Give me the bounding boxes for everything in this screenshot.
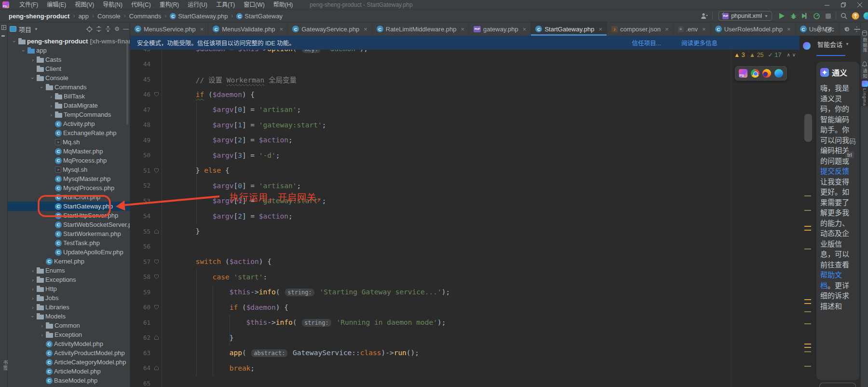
tree-chevron-icon[interactable]: › <box>29 295 37 301</box>
tree-row[interactable]: CStartWorkerman.php <box>8 229 130 238</box>
tree-row[interactable]: CExchangeRate.php <box>8 128 130 138</box>
firefox-icon[interactable] <box>762 69 771 78</box>
run-with-coverage-button[interactable] <box>799 11 811 21</box>
tree-row[interactable]: ›Http <box>8 284 130 293</box>
search-everywhere-icon[interactable] <box>838 11 850 21</box>
fold-marker-icon[interactable] <box>150 168 162 173</box>
tree-row[interactable]: CStartHttpServer.php <box>8 211 130 220</box>
tree-row[interactable]: >Mysql.sh <box>8 165 130 174</box>
breadcrumb-item[interactable]: app <box>78 13 89 20</box>
update-available-icon[interactable] <box>850 11 861 21</box>
tree-chevron-icon[interactable]: › <box>29 286 37 292</box>
menu-item[interactable]: 文件(F) <box>15 0 42 10</box>
prev-next-problem-icons[interactable]: ∧∨ <box>787 52 798 57</box>
menu-item[interactable]: 编辑(E) <box>42 0 70 10</box>
settings-gear-icon[interactable]: ⚙ <box>844 26 850 33</box>
fold-marker-icon[interactable] <box>150 274 162 279</box>
tree-row[interactable]: ›Enums <box>8 266 130 275</box>
menu-item[interactable]: 重构(R) <box>155 0 184 10</box>
maximize-icon[interactable] <box>835 0 852 10</box>
tab-close-icon[interactable]: × <box>787 26 791 33</box>
tab-close-icon[interactable]: × <box>200 26 204 33</box>
tree-row[interactable]: CActivityModel.php <box>8 339 130 348</box>
tree-chevron-icon[interactable]: › <box>29 268 37 274</box>
breadcrumb-item[interactable]: CStartGateway.php <box>170 13 228 20</box>
help-icon[interactable]: ? <box>817 26 821 32</box>
editor-tab[interactable]: CRateLimitMiddleware.php× <box>372 22 469 36</box>
tree-row[interactable]: CActivity.php <box>8 119 130 128</box>
breadcrumb-item[interactable]: Console <box>97 13 121 20</box>
tree-row[interactable]: ›Jobs <box>8 293 130 303</box>
user-profile-icon[interactable] <box>699 11 710 21</box>
tree-row[interactable]: CMqProcess.php <box>8 156 130 165</box>
tree-chevron-icon[interactable]: › <box>29 304 37 310</box>
editor-tab[interactable]: CMenusService.php× <box>130 22 208 36</box>
breadcrumb-item[interactable]: peng-sheng-product <box>9 13 69 20</box>
ai-chat-tab[interactable]: 智能会话 ▼ <box>817 40 849 49</box>
project-stripe-icon[interactable] <box>1 25 6 30</box>
inspections-widget[interactable]: ▲ 3 ▲ 25 ✓ 17 ∧∨ <box>734 51 798 58</box>
collapse-all-icon[interactable] <box>105 26 111 32</box>
editor-tab[interactable]: PHPgateway.php× <box>469 22 531 36</box>
tree-row[interactable]: ›Models <box>8 312 130 321</box>
tree-row[interactable]: CMysqlMaster.php <box>8 174 130 183</box>
tree-row[interactable]: ›Exceptions <box>8 275 130 284</box>
tree-chevron-icon[interactable]: › <box>47 103 55 109</box>
run-configuration-select[interactable]: PHP✓ phpunit.xml ▼ <box>719 11 772 21</box>
tree-row[interactable]: ›Commands <box>8 83 130 92</box>
chrome-icon[interactable] <box>751 69 760 78</box>
tree-row[interactable]: ›Casts <box>8 55 130 64</box>
tree-chevron-icon[interactable]: › <box>30 74 36 82</box>
lingma-toolbar-icon[interactable] <box>861 11 868 21</box>
editor-tab[interactable]: CStartGateway.php× <box>531 22 607 36</box>
tree-row[interactable]: CRunCron.php <box>8 193 130 202</box>
tree-row[interactable]: >Mq.sh <box>8 138 130 147</box>
tree-row[interactable]: ›Common <box>8 321 130 330</box>
tree-chevron-icon[interactable]: › <box>30 313 36 320</box>
tree-chevron-icon[interactable]: › <box>47 94 55 99</box>
new-chat-icon[interactable] <box>826 26 832 32</box>
tree-row[interactable]: CActivityProductModel.php <box>8 348 130 358</box>
breadcrumb-item[interactable]: CStartGateway <box>236 13 283 20</box>
ai-chat-input[interactable] <box>819 383 856 387</box>
editor-scrollbar[interactable] <box>804 114 812 142</box>
tree-chevron-icon[interactable]: › <box>29 57 37 63</box>
fold-marker-icon[interactable] <box>150 365 162 371</box>
feedback-link[interactable]: 提交反馈 <box>820 167 849 175</box>
tree-row[interactable]: CMqMaster.php <box>8 147 130 156</box>
project-view-dropdown-icon[interactable]: ▼ <box>34 27 38 31</box>
tree-row[interactable]: ›BillTask <box>8 92 130 101</box>
tree-row[interactable]: ›Libraries <box>8 303 130 312</box>
fold-marker-icon[interactable] <box>150 229 162 234</box>
fold-marker-icon[interactable] <box>150 259 162 264</box>
editor-tab[interactable]: CGatewayService.php× <box>288 22 372 36</box>
menu-item[interactable]: 视图(V) <box>70 0 98 10</box>
stop-button[interactable] <box>822 11 834 21</box>
locate-file-icon[interactable] <box>86 26 93 32</box>
tree-chevron-icon[interactable]: › <box>39 83 45 91</box>
tree-row[interactable]: CArticleCategoryModel.php <box>8 358 130 367</box>
tree-row[interactable]: CMysqlProcess.php <box>8 183 130 193</box>
tree-row[interactable]: ›peng-sheng-product[xh-wms-finance] <box>8 37 130 46</box>
tree-row[interactable]: ›Console <box>8 73 130 83</box>
tab-close-icon[interactable]: × <box>702 26 706 33</box>
tree-row[interactable]: CTestTask.php <box>8 238 130 248</box>
tab-close-icon[interactable]: × <box>665 26 669 33</box>
menu-item[interactable]: 代码(C) <box>127 0 155 10</box>
close-icon[interactable] <box>852 0 868 10</box>
tree-row[interactable]: CKernel.php <box>8 257 130 266</box>
fold-marker-icon[interactable] <box>150 335 162 340</box>
tab-close-icon[interactable]: × <box>523 26 527 33</box>
menu-item[interactable]: 导航(N) <box>98 0 127 10</box>
tree-row[interactable]: ›app <box>8 46 130 55</box>
phpstorm-preview-icon[interactable]: PS <box>739 69 747 78</box>
tree-chevron-icon[interactable]: › <box>21 47 27 55</box>
trust-project-link[interactable]: 信任项目... <box>632 38 661 47</box>
tree-chevron-icon[interactable]: › <box>38 332 46 338</box>
tree-row[interactable]: CStartWebSocketServer.php <box>8 220 130 229</box>
editor-tab[interactable]: ≡.env× <box>674 22 711 36</box>
tab-close-icon[interactable]: × <box>364 26 367 33</box>
profiler-button[interactable] <box>811 11 822 21</box>
tree-row[interactable]: Client <box>8 64 130 73</box>
run-button[interactable] <box>776 11 787 21</box>
